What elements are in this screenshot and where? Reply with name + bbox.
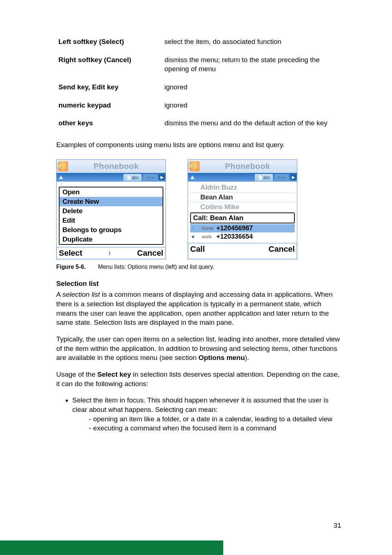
bullet-text: Select the item in focus. This should ha… (72, 396, 328, 413)
menu-item-edit[interactable]: Edit (60, 216, 163, 225)
page-number: 31 (334, 522, 341, 530)
figure-row: Phonebook 📄 abc ∘∘∘ ▶ Open Create New De… (56, 159, 341, 259)
arrow-right-icon: ▶ (290, 174, 296, 180)
work-icon: ■ (192, 234, 200, 239)
softkey-bar: Call Cancel (188, 243, 297, 255)
options-menu-list: Open Create New Delete Edit Belongs to g… (59, 187, 163, 245)
term: selection list (62, 291, 100, 298)
menu-item-delete[interactable]: Delete (60, 206, 163, 216)
phone-title: Phonebook (68, 162, 164, 171)
softkey-cancel[interactable]: Cancel (137, 248, 163, 258)
number-label: work (202, 234, 216, 239)
text: A (56, 291, 62, 298)
figure-number: Figure 5-6. (56, 264, 86, 270)
paragraph: Usage of the Select key in selection lis… (56, 370, 341, 388)
def-val: ignored (162, 96, 341, 114)
status-tab-inactive: ∘∘∘ (143, 174, 158, 181)
phonebook-icon (58, 161, 68, 171)
section-heading: Selection list (56, 280, 341, 288)
menu-item-belongs[interactable]: Belongs to groups (60, 225, 163, 235)
ref: Options menu (199, 354, 245, 361)
text: Typically, the user can open items on a … (56, 335, 340, 361)
phone-body: Aldrin Buzz Bean Alan Collins Mike Call:… (188, 182, 297, 243)
number-label: home (202, 226, 216, 231)
intro-paragraph: Examples of components using menu lists … (56, 140, 341, 150)
figure-text: Menu lists: Options menu (left) and list… (98, 264, 214, 270)
sub-item: - opening an item like a folder, or a da… (89, 414, 341, 424)
sub-item: - executing a command when the focused i… (89, 424, 341, 433)
paragraph: Typically, the user can open items on a … (56, 335, 341, 362)
def-key: numeric keypad (56, 96, 162, 114)
text: Usage of the (56, 370, 97, 378)
softkey-nav-icon[interactable]: ↕ (108, 250, 111, 256)
status-tab-inactive: ∘∘∘ (274, 174, 289, 181)
status-tab-label: abc (132, 175, 139, 180)
phonebook-icon (189, 161, 200, 171)
def-key: Left softkey (Select) (56, 33, 162, 51)
number-value: +120336654 (216, 233, 253, 240)
call-row: Call: Bean Alan (190, 212, 295, 223)
key-action-table: Left softkey (Select) select the item, d… (56, 33, 341, 132)
number-row-work[interactable]: ■ work +120336654 (190, 232, 295, 241)
text: ). (245, 354, 249, 361)
menu-item-duplicate[interactable]: Duplicate (60, 235, 163, 244)
contact-item[interactable]: Aldrin Buzz (190, 183, 295, 192)
softkey-call[interactable]: Call (190, 244, 205, 254)
bullet-list: Select the item in focus. This should ha… (56, 396, 341, 433)
phone-body: Open Create New Delete Edit Belongs to g… (57, 182, 166, 247)
signal-icon (189, 175, 196, 180)
paragraph: A selection list is a common means of di… (56, 290, 341, 327)
def-key: Right softkey (Cancel) (56, 51, 162, 78)
phone-options-menu: Phonebook 📄 abc ∘∘∘ ▶ Open Create New De… (56, 159, 166, 259)
def-val: dismiss the menu and do the default acti… (162, 114, 341, 132)
def-val: select the item, do associated function (162, 33, 341, 51)
status-tab: 📄 abc (123, 174, 142, 181)
footer-brand-bar (0, 540, 223, 555)
menu-item-open[interactable]: Open (60, 187, 163, 197)
contact-item[interactable]: Bean Alan (190, 193, 295, 202)
figure-caption: Figure 5-6. Menu lists: Options menu (le… (56, 264, 341, 270)
number-row-home[interactable]: ⌂ home +120456987 (190, 224, 295, 232)
def-val: dismiss the menu; return to the state pr… (162, 51, 341, 78)
def-key: Send key, Edit key (56, 78, 162, 96)
key-name: Select key (97, 370, 131, 378)
softkey-cancel[interactable]: Cancel (269, 244, 295, 254)
status-tab: 📄 abc (255, 174, 273, 181)
def-val: ignored (162, 78, 341, 96)
arrow-right-icon: ▶ (159, 174, 165, 180)
def-key: other keys (56, 114, 162, 132)
phone-title: Phonebook (200, 162, 295, 171)
status-tab-label: abc (263, 175, 270, 180)
home-icon: ⌂ (192, 226, 200, 231)
number-value: +120456987 (216, 224, 253, 232)
menu-item-create-new[interactable]: Create New (60, 197, 163, 206)
signal-icon (57, 175, 65, 180)
softkey-select[interactable]: Select (59, 248, 82, 258)
contact-item[interactable]: Collins Mike (190, 203, 295, 211)
phone-status-bar: 📄 abc ∘∘∘ ▶ (188, 173, 297, 182)
phone-status-bar: 📄 abc ∘∘∘ ▶ (57, 173, 166, 182)
phone-header: Phonebook (188, 160, 297, 173)
softkey-bar: Select ↕ Cancel (57, 247, 166, 259)
phone-header: Phonebook (57, 160, 166, 173)
bullet-item: Select the item in focus. This should ha… (72, 396, 341, 433)
phone-list-query: Phonebook 📄 abc ∘∘∘ ▶ Aldrin Buzz Bean A… (188, 159, 297, 259)
